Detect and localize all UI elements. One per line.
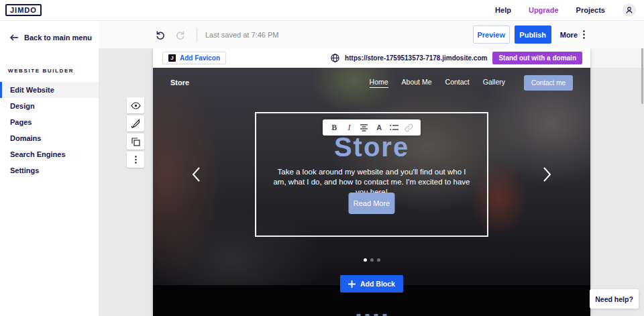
- dots-vertical-icon: [135, 156, 137, 164]
- list-button[interactable]: [388, 121, 400, 134]
- canvas-right-band: [590, 48, 644, 68]
- top-header: JIMDO Help Upgrade Projects: [0, 0, 644, 21]
- toolbar-actions: Preview Publish More: [473, 25, 585, 44]
- sidebar-item-pages[interactable]: Pages: [0, 114, 99, 130]
- back-arrow-icon: [10, 34, 19, 41]
- editor-toolbar: Last saved at 7:46 PM Preview Publish Mo…: [99, 21, 644, 48]
- person-icon: [625, 6, 633, 14]
- align-center-icon: [360, 124, 368, 131]
- nav-home[interactable]: Home: [370, 78, 388, 88]
- carousel-next-button[interactable]: [543, 166, 551, 182]
- bullet-list-icon: [390, 124, 398, 131]
- copy-icon: [131, 138, 140, 146]
- text-format-toolbar: B I A: [323, 119, 421, 136]
- more-button[interactable]: More: [560, 30, 585, 39]
- back-to-main-menu-label: Back to main menu: [24, 34, 92, 42]
- contact-me-button[interactable]: Contact me: [524, 75, 573, 91]
- site-url-bar: J Add Favicon https://store-1759513573-7…: [153, 48, 590, 68]
- block-more-button[interactable]: [127, 152, 144, 168]
- website-preview: J Add Favicon https://store-1759513573-7…: [153, 48, 590, 316]
- site-nav-links: Home About Me Contact Gallery Contact me: [370, 75, 573, 91]
- sidebar-item-domains[interactable]: Domains: [0, 130, 99, 146]
- site-url: https://store-1759513573-7178.jimdosite.…: [345, 54, 487, 62]
- chevron-right-icon: [543, 166, 551, 182]
- read-more-button[interactable]: Read More: [349, 193, 395, 214]
- redo-icon: [175, 30, 186, 40]
- add-favicon-label: Add Favicon: [180, 54, 220, 62]
- align-center-button[interactable]: [358, 121, 370, 134]
- add-favicon-button[interactable]: J Add Favicon: [162, 52, 226, 64]
- style-block-button[interactable]: [127, 115, 144, 131]
- preview-button[interactable]: Preview: [473, 25, 510, 44]
- bold-button[interactable]: B: [328, 121, 340, 134]
- hide-block-button[interactable]: [127, 97, 144, 113]
- need-help-button[interactable]: Need help?: [590, 289, 639, 309]
- carousel-prev-button[interactable]: [192, 166, 201, 182]
- block-toolbar: [127, 97, 144, 168]
- nav-gallery[interactable]: Gallery: [483, 78, 505, 87]
- plus-icon: [348, 280, 356, 288]
- add-block-button[interactable]: Add Block: [340, 275, 403, 293]
- sidebar-item-edit-website[interactable]: Edit Website: [0, 82, 99, 98]
- sidebar: Back to main menu WEBSITE BUILDER Edit W…: [0, 21, 99, 316]
- sidebar-item-settings[interactable]: Settings: [0, 162, 99, 178]
- last-saved-status: Last saved at 7:46 PM: [205, 31, 278, 39]
- account-avatar[interactable]: [623, 3, 636, 17]
- sidebar-item-search-engines[interactable]: Search Engines: [0, 146, 99, 162]
- duplicate-block-button[interactable]: [127, 134, 144, 150]
- publish-button[interactable]: Publish: [515, 25, 551, 44]
- upgrade-link[interactable]: Upgrade: [529, 6, 559, 14]
- more-button-label: More: [560, 31, 578, 39]
- back-to-main-menu[interactable]: Back to main menu: [0, 30, 99, 46]
- undo-icon: [155, 30, 166, 40]
- site-brand[interactable]: Store: [170, 78, 189, 87]
- globe-icon: [331, 54, 339, 62]
- carousel-dots: [153, 258, 590, 262]
- font-style-button[interactable]: A: [373, 121, 385, 134]
- hero-section[interactable]: Store Home About Me Contact Gallery Cont…: [153, 68, 590, 285]
- kebab-menu-icon: [583, 30, 585, 39]
- header-links: Help Upgrade Projects: [495, 3, 644, 17]
- sidebar-section-title: WEBSITE BUILDER: [8, 68, 99, 74]
- undo-button[interactable]: [154, 28, 167, 42]
- link-button[interactable]: [403, 121, 415, 134]
- redo-button[interactable]: [174, 28, 187, 42]
- carousel-dot[interactable]: [370, 258, 374, 262]
- paintbrush-icon: [131, 119, 140, 128]
- site-bar-right: https://store-1759513573-7178.jimdosite.…: [331, 52, 590, 64]
- nav-contact[interactable]: Contact: [445, 78, 470, 87]
- site-navbar: Store Home About Me Contact Gallery Cont…: [153, 68, 590, 97]
- projects-link[interactable]: Projects: [576, 6, 605, 14]
- jimdo-logo[interactable]: JIMDO: [5, 4, 42, 16]
- hero-title[interactable]: Store: [256, 132, 487, 162]
- add-block-label: Add Block: [360, 280, 395, 288]
- help-link[interactable]: Help: [495, 6, 511, 14]
- eye-icon: [131, 102, 141, 109]
- toolbar-divider: [197, 28, 197, 42]
- selected-content-block[interactable]: B I A: [255, 112, 488, 237]
- carousel-dot[interactable]: [364, 258, 367, 262]
- sidebar-item-design[interactable]: Design: [0, 98, 99, 114]
- domain-upsell-button[interactable]: Stand out with a domain: [492, 52, 582, 64]
- jimdo-editor: JIMDO Help Upgrade Projects Last saved a…: [0, 0, 644, 316]
- nav-about-me[interactable]: About Me: [402, 78, 432, 87]
- carousel-dot[interactable]: [377, 258, 380, 262]
- favicon-placeholder-icon: J: [168, 54, 176, 62]
- chevron-left-icon: [192, 166, 201, 182]
- link-icon: [405, 123, 413, 132]
- italic-button[interactable]: I: [343, 121, 355, 134]
